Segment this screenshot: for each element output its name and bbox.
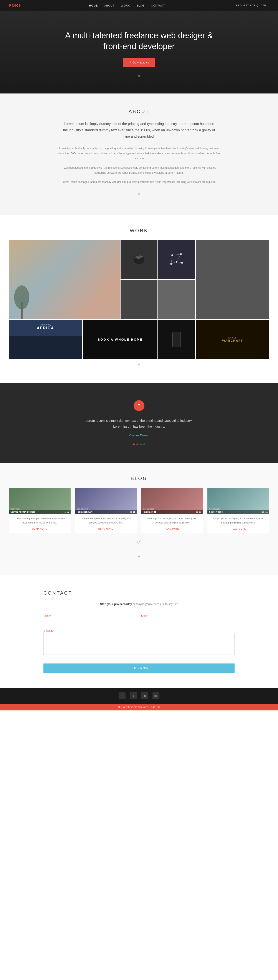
blog-post-4-excerpt: Lorem Ipsum passages, and more recently …	[210, 517, 267, 525]
blog-post-2-title: Fantastiche Art	[77, 511, 92, 513]
blog-post-2-stats: 22 11	[130, 511, 135, 513]
social-behance[interactable]: be	[153, 692, 159, 699]
blog-post-3-stats: 23 11	[196, 511, 201, 513]
dot-4[interactable]	[143, 444, 145, 445]
blog-post-3-image: Familia Feliz 23 11 Dec 07,2014	[141, 488, 203, 514]
blog-post-1-image: Startup Agency desktop 1 11 Dec 04,2014	[9, 488, 71, 514]
testimonial-section: ❝ Lorem Ipsum is simply dummy text of th…	[0, 383, 278, 463]
loading-spinner: ⟳	[9, 533, 269, 551]
contact-subtitle: Start your project today or Maybe you're…	[43, 602, 235, 606]
svg-line-12	[171, 255, 172, 264]
blog-grid: Startup Agency desktop 1 11 Dec 04,2014 …	[9, 488, 269, 533]
work-title: WORK	[9, 228, 269, 234]
blog-post-3: Familia Feliz 23 11 Dec 07,2014 Lorem Ip…	[141, 488, 203, 533]
testimonial-text: Lorem Ipsum is simply dummy text of the …	[85, 418, 193, 430]
logo-accent: P	[9, 3, 12, 8]
blog-post-1-stats: 1 11	[65, 511, 69, 513]
nav-blog[interactable]: BLOG	[137, 4, 145, 7]
social-facebook[interactable]: f	[119, 692, 125, 699]
blog-post-2-image: Fantastiche Art 22 11 Dec 06,2014	[75, 488, 137, 514]
about-body-3: Lorem Ipsum passages, and more recently …	[57, 180, 221, 185]
message-input[interactable]	[43, 633, 235, 655]
blog-post-1-title: Startup Agency desktop	[10, 511, 35, 513]
svg-line-10	[176, 262, 182, 263]
hero-section: A multi-talented freelance web desiger &…	[0, 11, 278, 94]
dot-2[interactable]	[137, 444, 138, 445]
download-cv-button[interactable]: Download cv	[123, 58, 155, 67]
svg-line-8	[172, 254, 181, 255]
blog-post-1-excerpt: Lorem Ipsum passages, and more recently …	[11, 517, 68, 525]
hero-chevron: ∨	[138, 73, 141, 78]
svg-point-1	[14, 285, 29, 309]
work-item-bird[interactable]	[121, 240, 157, 279]
svg-line-11	[171, 262, 176, 264]
blog-post-2-date: Dec 06,2014	[77, 508, 88, 510]
blog-post-4-date: Dec 08,2014	[209, 508, 220, 510]
blog-post-3-read-more[interactable]: READ MORE	[165, 528, 180, 530]
work-item-art[interactable]	[9, 240, 120, 319]
work-item-vehicle[interactable]	[196, 240, 269, 319]
about-body-2: It was popularised in the 1960s with the…	[57, 165, 221, 175]
nav-home[interactable]: HOME	[89, 4, 98, 8]
work-section: WORK	[0, 215, 278, 383]
email-group: Email*	[141, 614, 235, 625]
send-button[interactable]: SEND NOW	[43, 663, 235, 673]
social-linkedin[interactable]: in	[141, 692, 148, 699]
contact-title: CONTACT	[43, 590, 235, 596]
hero-headline: A multi-talented freelance web desiger &…	[63, 30, 215, 52]
nav-about[interactable]: ABOUT	[104, 4, 114, 7]
work-item-network[interactable]	[158, 240, 195, 279]
about-title: ABOUT	[43, 109, 235, 115]
message-label: Message*	[43, 629, 235, 632]
about-body-1: Lorem Ipsum is simply dummy text of the …	[57, 146, 221, 161]
about-lead-text: Lorem Ipsum is simply dummy text of the …	[63, 121, 215, 140]
work-item-man[interactable]	[121, 280, 157, 319]
blog-section: BLOG Startup Agency desktop 1 11 Dec 04,…	[0, 463, 278, 575]
blog-title: BLOG	[9, 476, 269, 481]
nav-contact[interactable]: CONTACT	[151, 4, 165, 7]
work-item-warcraft[interactable]: WORLD WARCRAFT	[196, 320, 269, 359]
blog-post-4-image: Super Kudos 23 11 Dec 08,2014	[207, 488, 269, 514]
footer: f t in be	[0, 688, 278, 704]
quote-button[interactable]: REQUEST FOR QUOTE	[233, 3, 269, 8]
blog-post-2: Fantastiche Art 22 11 Dec 06,2014 Lorem …	[75, 488, 137, 533]
name-input[interactable]	[43, 618, 137, 625]
email-label: Email*	[141, 614, 235, 617]
navigation: PORT HOME ABOUT WORK BLOG CONTACT REQUES…	[0, 0, 278, 11]
ad-banner: 加入设计圈 jie.me.com 设计不孤独下载	[0, 704, 278, 710]
blog-post-4-stats: 23 11	[262, 511, 268, 513]
work-item-phone[interactable]	[158, 320, 195, 359]
blog-chevron: ∨	[9, 551, 269, 562]
message-group: Message*	[43, 629, 235, 659]
work-item-cars[interactable]	[158, 280, 195, 319]
blog-post-1-read-more[interactable]: READ MORE	[32, 528, 47, 530]
blog-post-4-title: Super Kudos	[209, 511, 222, 513]
work-item-book-home[interactable]: BOOK A WHOLE HOME	[83, 320, 157, 359]
social-twitter[interactable]: t	[130, 692, 137, 699]
testimonial-author: Charles Eames	[43, 434, 235, 437]
work-item-discovery[interactable]: Discovery AFRICA	[9, 320, 82, 359]
svg-line-9	[176, 254, 181, 262]
logo: PORT	[9, 3, 21, 8]
blog-post-3-excerpt: Lorem Ipsum passages, and more recently …	[144, 517, 200, 525]
about-section: ABOUT Lorem Ipsum is simply dummy text o…	[0, 94, 278, 215]
blog-post-2-read-more[interactable]: READ MORE	[98, 528, 114, 530]
nav-work[interactable]: WORK	[121, 4, 130, 7]
nav-links: HOME ABOUT WORK BLOG CONTACT	[89, 3, 165, 7]
dot-1[interactable]	[133, 444, 135, 445]
testimonial-dots	[43, 444, 235, 445]
name-label: Name*	[43, 614, 137, 617]
blog-post-3-title: Familia Feliz	[143, 511, 156, 513]
blog-post-1: Startup Agency desktop 1 11 Dec 04,2014 …	[9, 488, 71, 533]
about-chevron: ∨	[43, 189, 235, 200]
blog-post-4: Super Kudos 23 11 Dec 08,2014 Lorem Ipsu…	[207, 488, 269, 533]
contact-hi: Hi	[173, 602, 176, 606]
name-group: Name*	[43, 614, 137, 625]
work-grid: Discovery AFRICA BOOK A WHOLE HOME WORLD…	[9, 240, 269, 359]
dot-3[interactable]	[140, 444, 141, 445]
email-input[interactable]	[141, 618, 235, 625]
work-chevron: ∨	[9, 359, 269, 370]
contact-subtitle-part1: Start your project today	[100, 602, 132, 606]
blog-post-4-read-more[interactable]: READ MORE	[231, 528, 246, 530]
blog-post-2-excerpt: Lorem Ipsum passages, and more recently …	[78, 517, 134, 525]
